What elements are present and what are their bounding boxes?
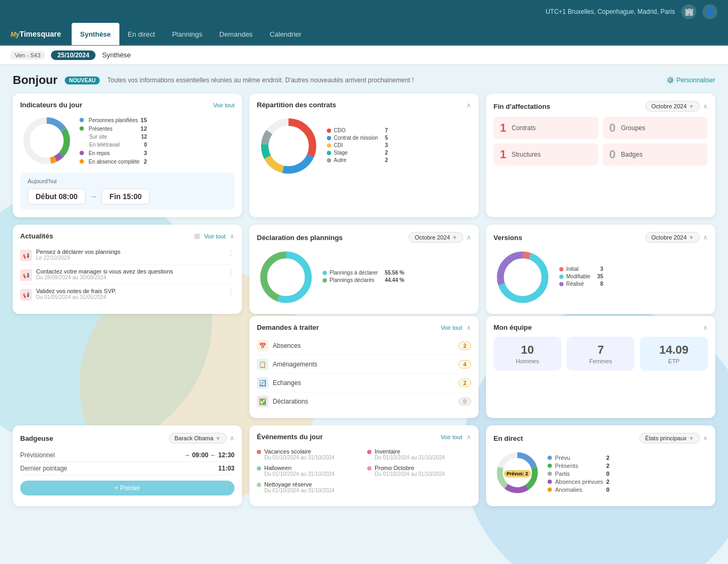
date-badge[interactable]: 25/10/2024 [51,50,96,60]
en-direct-content: Prévus: 2 Prévu 2 Présents 2 [493,449,708,499]
actu-menu-2[interactable]: ⋮ [227,288,235,296]
repartition-donut-container: CDO7 Contrat de mission5 CDI3 Stage2 Aut… [257,114,471,178]
fin-affectations-title: Fin d'affectations [493,102,550,110]
en-direct-title: En direct [493,434,523,442]
event-date-promo: Du 01/10/2024 au 31/10/2024 [375,471,445,477]
demandes-list: 📅 Absences 2 📋 Aménagements 4 🔄 Echanges… [257,337,471,411]
main-content: Bonjour NOUVEAU Toutes vos informations … [0,65,728,515]
indicateurs-voir-tout[interactable]: Voir tout [213,102,235,108]
en-direct-legend: Prévu 2 Présents 2 Partis 0 [548,455,610,493]
topbar: UTC+1 Bruxelles, Copenhague, Madrid, Par… [0,0,728,23]
evenements-title: Événements du jour [257,433,323,441]
evenements-voir-tout[interactable]: Voir tout [441,434,462,440]
badgeuse-previsionnel-row: Prévisionnel → 09:00 ← 12:30 [20,449,235,462]
versions-dropdown[interactable]: Octobre 2024 ▼ [645,232,700,243]
evenements-collapse[interactable]: ∧ [466,433,471,441]
actualites-voir-tout[interactable]: Voir tout [204,233,226,240]
event-nettoyage: Nettoyage réserve Du 01/10/2024 au 31/10… [257,479,361,495]
fin-affectations-card: Fin d'affectations Octobre 2024 ▼ ∧ 1 Co… [486,93,715,217]
user-icon[interactable]: 👤 [703,4,717,19]
bonjour-title: Bonjour [13,73,57,87]
badgeuse-previsionnel-value: → 09:00 ← 12:30 [184,451,235,459]
demande-count-amenagements: 4 [458,360,471,369]
breadcrumb-page: Synthèse [102,51,131,59]
demandes-collapse[interactable]: ∧ [466,324,471,331]
evenements-card: Événements du jour Voir tout ∧ Vacances … [249,425,479,506]
declaration-plannings-card: Déclaration des plannings Octobre 2024 ▼… [249,225,479,314]
en-direct-collapse[interactable]: ∧ [703,434,708,442]
fin-time: Fin 15:00 [101,189,150,204]
topbar-right: UTC+1 Bruxelles, Copenhague, Madrid, Par… [545,4,717,19]
actu-date-2: Du 01/05/2024 au 31/05/2024 [36,294,223,300]
event-title-promo: Promo Octobre [375,465,445,471]
indicateur-presentes: Présentes 12 [80,124,147,133]
indicateur-sursite: Sur site 12 [80,133,147,141]
nav-synthese[interactable]: Synthèse [72,23,119,45]
fin-affectations-collapse[interactable]: ∧ [703,102,708,110]
actualites-title: Actualités [20,232,53,240]
nav-endirect[interactable]: En direct [119,23,163,45]
badgeuse-collapse[interactable]: ∧ [230,434,235,442]
versions-legend: Initial 3 Modifiable 35 Réalisé 8 [559,266,603,288]
event-title-vacances: Vacances scolaire [264,448,334,455]
actu-title-1: Contactez votre manager si vous avez des… [36,268,223,275]
navbar: MyTimesquare Synthèse En direct Planning… [0,23,728,46]
badgeuse-title: Badgeuse [20,434,53,442]
affectation-groupes: 0 Groupes [603,117,708,139]
affectation-grid: 1 Contrats 0 Groupes 1 Structures 0 Badg… [493,117,708,166]
equipe-etp-label: ETP [646,358,701,364]
header-subtitle: Toutes vos informations essentielles réu… [107,76,413,84]
actualites-grid-icon[interactable]: ⊞ [194,232,200,240]
pointer-button[interactable]: + Pointer [20,481,235,495]
declaration-chart-area: Plannings à déclarer 55.56 % Plannings d… [257,248,471,306]
actu-date-1: Du 28/08/2024 au 30/08/2024 [36,275,223,280]
declaration-collapse[interactable]: ∧ [466,234,471,241]
event-title-halloween: Halloween [264,465,334,471]
mon-equipe-collapse[interactable]: ∧ [703,324,708,331]
demande-icon-absences: 📅 [257,340,268,352]
en-direct-dropdown[interactable]: États principaux ▼ [639,433,700,443]
affectation-structures: 1 Structures [493,143,599,166]
notifications-icon[interactable]: 🏢 [681,4,696,19]
declaration-legend-0: Plannings à déclarer 55.56 % [323,270,404,276]
today-section: Aujourd'hui Début 08:00 → Fin 15:00 [20,173,235,210]
page-header: Bonjour NOUVEAU Toutes vos informations … [13,73,715,87]
nav-calendrier[interactable]: Calendrier [261,23,310,45]
repartition-collapse[interactable]: ∧ [466,101,471,109]
event-dot-promo [367,466,371,471]
badgeuse-dernier-value: 11:03 [218,465,235,472]
actu-menu-0[interactable]: ⋮ [227,249,235,257]
equipe-etp-count: 14.09 [646,343,701,357]
personnaliser-btn[interactable]: ⚙️ Personnaliser [666,76,715,84]
fin-affectations-dropdown[interactable]: Octobre 2024 ▼ [645,101,700,112]
demande-count-absences: 2 [458,341,471,350]
actu-menu-1[interactable]: ⋮ [227,268,235,277]
indicateur-absence: En absence complète 2 [80,157,147,166]
declaration-dropdown[interactable]: Octobre 2024 ▼ [409,232,463,243]
row-1: Indicateurs du jour Voir tout Personnes [13,93,715,217]
indicateur-teletravail: En télétravail 0 [80,141,147,149]
actualites-collapse[interactable]: ∧ [230,233,235,240]
en-direct-card: En direct États principaux ▼ ∧ [486,425,715,506]
event-dot-halloween [257,466,261,471]
actu-title-0: Pensez à déclarer vos plannings [36,249,223,255]
breadcrumb-bar: Ven - S43 25/10/2024 Synthèse [0,46,728,65]
demandes-card: Demandes à traiter Voir tout ∧ 📅 Absence… [249,316,479,418]
event-promo: Promo Octobre Du 01/10/2024 au 31/10/202… [367,463,471,479]
nav-plannings[interactable]: Plannings [163,23,211,45]
nav-demandes[interactable]: Demandes [211,23,261,45]
versions-collapse[interactable]: ∧ [703,234,708,241]
equipe-etp: 14.09 ETP [640,337,708,371]
actu-date-0: Le 22/10/2024 [36,255,223,261]
indicateurs-donut [20,114,73,167]
debut-time: Début 08:00 [28,189,85,204]
badgeuse-dropdown[interactable]: Barack Obama ▼ [169,433,227,443]
mon-equipe-title: Mon équipe [493,323,532,331]
endirect-prevu: Prévu 2 [548,455,610,461]
event-date-vacances: Du 01/10/2024 au 31/10/2024 [264,455,334,460]
actualites-list: 📢 Pensez à déclarer vos plannings Le 22/… [20,245,235,304]
demandes-voir-tout[interactable]: Voir tout [441,324,462,331]
today-label: Aujourd'hui [28,178,227,184]
repartition-card: Répartition des contrats ∧ CDO7 Contrat … [249,93,479,217]
demande-icon-declarations: ✅ [257,396,268,407]
